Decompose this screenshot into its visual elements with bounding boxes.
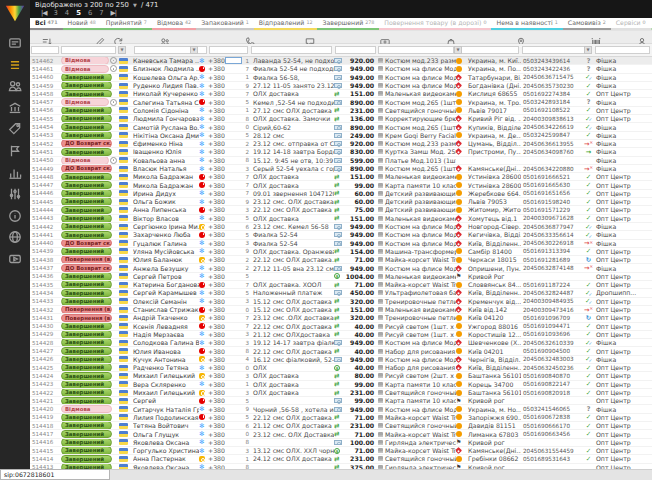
order-row[interactable]: 514458ЗавершенийНиколай Кучеренко✻+3807О… bbox=[30, 90, 652, 98]
order-row[interactable]: 514430ЗавершенийКсенія Левадняя+380722.1… bbox=[30, 323, 652, 331]
page-button-5[interactable]: 5 bbox=[76, 9, 81, 18]
order-row[interactable]: 514446ЗавершенийИрина Дидух✻+380709.01 з… bbox=[30, 190, 652, 198]
filter-input-8[interactable] bbox=[522, 46, 592, 54]
filter-input-5[interactable] bbox=[335, 46, 376, 54]
sidebar-item-customers[interactable] bbox=[7, 80, 23, 96]
order-row[interactable]: 514425ЗавершенийРадченко Тетяна✻+3800ОЛХ… bbox=[30, 364, 652, 372]
order-row[interactable]: 514457ВідмоваСалегина Татьяна С...+3805К… bbox=[30, 98, 652, 106]
sidebar-item-purchases[interactable] bbox=[7, 123, 23, 139]
filter-dropdown-icon-1[interactable]: ▼ bbox=[190, 46, 198, 54]
filter-input-7[interactable] bbox=[457, 46, 519, 54]
order-row[interactable]: 514451ЗавершенийІващенко Юлія✻+380219.12… bbox=[30, 148, 652, 156]
sort-icon[interactable] bbox=[42, 32, 52, 42]
order-row[interactable]: 514429ЗавершенийНадія Мерзаєва✻+380321.1… bbox=[30, 331, 652, 339]
order-row[interactable]: 514443ЗавершенийВіктор Власов✻+3805ОЛХ д… bbox=[30, 215, 652, 223]
filter-dropdown-icon-0[interactable]: ▼ bbox=[118, 46, 126, 54]
sidebar-item-settings[interactable] bbox=[7, 188, 23, 204]
tab-packed[interactable]: Запакований1 bbox=[196, 18, 254, 30]
order-row[interactable]: 514441ЗавершенийЗахарченко Люба+3805Фиал… bbox=[30, 231, 652, 239]
order-row[interactable]: 514414ЗавершенийАнна Пастернак+380124.12… bbox=[30, 455, 652, 463]
filter-input-1[interactable] bbox=[61, 46, 116, 54]
phone-edit-input[interactable] bbox=[225, 57, 242, 64]
barcode-icon[interactable] bbox=[591, 32, 601, 42]
sidebar-item-orders[interactable] bbox=[7, 58, 23, 74]
order-row[interactable]: 514418ЗавершенийТетяна Войтович✻+380621.… bbox=[30, 422, 652, 430]
order-row[interactable]: 514449ДО Возврат ск...Власюк Наталья✻+38… bbox=[30, 165, 652, 173]
tab-pickup[interactable]: Самовивіз2 bbox=[563, 18, 611, 30]
tab-done[interactable]: Завершений278 bbox=[317, 18, 379, 30]
pin-icon[interactable] bbox=[516, 32, 526, 42]
order-row[interactable]: 514424ЗавершенийМихаил Гилецький+3803ОЛХ… bbox=[30, 372, 652, 380]
order-row[interactable]: 514454ЗавершенийСамотій Руслана Во...✻+3… bbox=[30, 123, 652, 131]
order-row[interactable]: 514438Повернення (в...Юлия Баланюк+38022… bbox=[30, 256, 652, 264]
tab-return-transit[interactable]: Повернення товару (в дорозі)0 bbox=[379, 18, 491, 30]
sidebar-item-dashboard[interactable] bbox=[7, 37, 23, 53]
order-row[interactable]: 514452ДО Возврат ск...Єфименко Ніна✻+380… bbox=[30, 140, 652, 148]
filter-input-9[interactable] bbox=[595, 46, 650, 54]
people-icon[interactable] bbox=[160, 32, 170, 42]
sidebar-item-store[interactable] bbox=[7, 101, 23, 117]
filter-input-0[interactable] bbox=[31, 46, 59, 54]
order-row[interactable]: 514450ВідмоваКовальова анна✻+380815.12. … bbox=[30, 157, 652, 165]
person-icon[interactable] bbox=[637, 32, 647, 42]
order-row[interactable]: 514420ВідмоваСитарчук Наталія Гр...✻+380… bbox=[30, 405, 652, 413]
order-row[interactable]: 514419ЗавершенийЛилия Подолинская+380522… bbox=[30, 414, 652, 422]
order-row[interactable]: 514415ЗавершенийГоргулько Христина...✻+3… bbox=[30, 447, 652, 455]
order-row[interactable]: 514445ЗавершенийОльга Божик✻+380923.12 с… bbox=[30, 198, 652, 206]
filter-dropdown-icon-3[interactable]: ▼ bbox=[584, 46, 592, 54]
order-row[interactable]: 514423ЗавершенийВера Скляренко✻+3801ОЛХ … bbox=[30, 381, 652, 389]
order-row[interactable]: 514417ЗавершенийОльга Глущук✻+380023.12 … bbox=[30, 430, 652, 438]
order-row[interactable]: 514456ЗавершенийСоломія Сідоніна✻+380127… bbox=[30, 107, 652, 115]
tab-new[interactable]: Новий48 bbox=[63, 18, 101, 30]
order-row[interactable]: 514434ЗавершенийСергей Карамышев✻+3805На… bbox=[30, 289, 652, 297]
order-row[interactable]: 514453ЗавершенийНікітіна Оксана Дми...✻+… bbox=[30, 132, 652, 140]
page-button-6[interactable]: 6 bbox=[88, 9, 92, 18]
refresh-icon[interactable] bbox=[113, 32, 123, 42]
order-row[interactable]: 514432Повернення (в...Станислав Стрижак+… bbox=[30, 306, 652, 314]
order-row[interactable]: 514427ЗавершенийЮлия Иванова+380822.12 с… bbox=[30, 347, 652, 355]
page-button-7[interactable]: 7 bbox=[99, 9, 103, 18]
order-row[interactable]: 514460ЗавершенийКошелева Ольга Ар...✻+38… bbox=[30, 74, 652, 82]
tab-services[interactable]: Сервіси0 bbox=[611, 18, 651, 30]
tab-accepted[interactable]: Прийнятий7 bbox=[101, 18, 152, 30]
order-row[interactable]: 514455ЗавершенийЛюдмила Гончарова✻+3808О… bbox=[30, 115, 652, 123]
page-size-caret-icon[interactable]: ▼ bbox=[133, 2, 137, 8]
sidebar-item-campaigns[interactable] bbox=[7, 145, 23, 161]
tab-out-of-stock[interactable]: Нема в наявності1 bbox=[491, 18, 562, 30]
app-logo-icon[interactable] bbox=[4, 3, 26, 23]
order-row[interactable]: 514447ЗавершенийМикола Бадражан+3807ОЛХ … bbox=[30, 181, 652, 189]
order-row[interactable]: 514444ЗавершенийАнна Липенська+380322.12… bbox=[30, 206, 652, 214]
bag-icon[interactable] bbox=[446, 32, 456, 42]
filter-input-4[interactable] bbox=[251, 46, 332, 54]
phone-icon[interactable] bbox=[245, 32, 255, 42]
order-row[interactable]: 514439ЗавершенийУляна Мусійовська✻+3809О… bbox=[30, 248, 652, 256]
filter-input-6[interactable] bbox=[378, 46, 454, 54]
tab-sent[interactable]: Відправлений12 bbox=[254, 18, 318, 30]
order-row[interactable]: 514428ЗавершенийСолодкова Галина В...✻+3… bbox=[30, 339, 652, 347]
comment-icon[interactable] bbox=[305, 32, 315, 42]
sidebar-item-info[interactable] bbox=[7, 209, 23, 225]
order-row[interactable]: 514459ЗавершенийРуденко Лидия Пав...✻+38… bbox=[30, 82, 652, 90]
sidebar-item-reports[interactable] bbox=[7, 166, 23, 182]
order-row[interactable]: 514433ЗавершенийОлексій Семанін✻+380315.… bbox=[30, 298, 652, 306]
pencil-icon[interactable] bbox=[95, 32, 105, 42]
order-row[interactable]: 514440ДО Возврат ск...Гуцалюк Галина✻+38… bbox=[30, 240, 652, 248]
order-row[interactable]: 514431Повернення (в...Андрій Ткаченко+38… bbox=[30, 314, 652, 322]
page-button-4[interactable]: 4 bbox=[65, 9, 69, 18]
order-row[interactable]: 514437ДО Возврат ск...Анжела Безушку✻+38… bbox=[30, 264, 652, 272]
page-button-3[interactable]: 3 bbox=[54, 9, 58, 18]
sidebar-item-video[interactable] bbox=[7, 253, 23, 269]
sidebar-item-integrations[interactable] bbox=[7, 231, 23, 247]
last-page-button[interactable]: ▶| bbox=[111, 9, 117, 18]
order-row[interactable]: 514461ВідмоваБлизнюк Людмила ...+3807Фиа… bbox=[30, 65, 652, 73]
money-icon[interactable] bbox=[380, 32, 390, 42]
filter-input-3[interactable] bbox=[209, 46, 248, 54]
order-row[interactable]: 514435ЗавершенийКатерина Богданова+3807О… bbox=[30, 281, 652, 289]
order-row[interactable]: 514426ЗавершенийКучук Антонина+380416.12… bbox=[30, 356, 652, 364]
order-row[interactable]: 514462ВідмоваКаневська Тамара ...✻+3801Л… bbox=[30, 57, 652, 65]
tab-refused[interactable]: Відмова42 bbox=[152, 18, 196, 30]
order-row[interactable]: 514442ЗавершенийСергіюнко Ірина Ми...+38… bbox=[30, 223, 652, 231]
order-row[interactable]: 514422ЗавершенийМихаил Гилецький+3803ОЛХ… bbox=[30, 389, 652, 397]
order-row[interactable]: 514448ЗавершенийМикола Бадражан+3807ОЛХ … bbox=[30, 173, 652, 181]
order-row[interactable]: 514416ЗавершенийЯковлева Оксана✻+3808100… bbox=[30, 439, 652, 447]
